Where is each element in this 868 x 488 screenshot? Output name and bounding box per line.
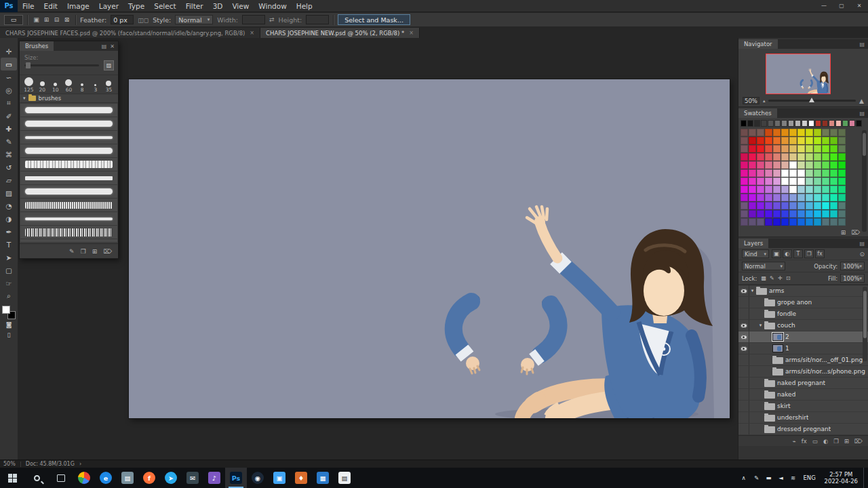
swatch-cell[interactable] [773, 129, 781, 136]
swatch-cell[interactable] [830, 194, 837, 201]
swatch-cell[interactable] [789, 169, 797, 177]
swatch-cell[interactable] [814, 129, 821, 136]
swatch-cell[interactable] [838, 210, 846, 218]
show-desktop-button[interactable] [863, 468, 867, 488]
document-canvas[interactable] [129, 79, 730, 418]
navigator-thumbnail[interactable] [766, 54, 831, 94]
eye-icon[interactable] [741, 323, 747, 328]
swatch-cell[interactable] [749, 210, 756, 218]
swatch-cell[interactable] [822, 129, 829, 136]
firefox-icon[interactable]: f [138, 468, 160, 488]
swatch-cell[interactable] [789, 137, 797, 144]
eye-icon[interactable] [741, 300, 747, 305]
height-input[interactable] [306, 15, 329, 24]
size-slider-track[interactable] [24, 64, 99, 66]
swatch-cell[interactable] [789, 210, 797, 218]
menu-item[interactable]: Filter [181, 0, 208, 12]
calculator-icon[interactable]: ▦ [312, 468, 334, 488]
swatches-scrollbar[interactable] [862, 130, 867, 232]
swatch-cell[interactable] [838, 137, 846, 144]
refine-icon[interactable]: ◫ [138, 17, 144, 24]
task-view-button[interactable] [49, 468, 73, 488]
search-button[interactable] [24, 468, 49, 488]
stroke-preview-toggle-icon[interactable]: ▨ [104, 60, 114, 70]
swatch-cell[interactable] [830, 161, 837, 169]
swatch-cell[interactable] [808, 120, 814, 127]
swatch-cell[interactable] [814, 178, 821, 185]
swatch-cell[interactable] [741, 194, 748, 201]
eye-icon[interactable] [741, 427, 747, 432]
game-icon[interactable]: ♦ [290, 468, 312, 488]
brush-folder-row[interactable]: ▾ brushes [20, 94, 118, 103]
swatch-cell[interactable] [806, 194, 813, 201]
swatch-cell[interactable] [797, 202, 805, 209]
swatch-cell[interactable] [773, 161, 781, 169]
swatch-cell[interactable] [749, 169, 756, 177]
layer-icon[interactable] [764, 392, 775, 399]
swatch-cell[interactable] [757, 194, 764, 201]
swatch-cell[interactable] [822, 161, 829, 169]
adjustment-layer-icon[interactable]: ◐ [823, 438, 828, 445]
visibility-well[interactable] [738, 389, 749, 400]
layer-name[interactable]: couch [777, 322, 795, 329]
brush-tip[interactable]: 8 [77, 77, 88, 92]
swatch-cell[interactable] [781, 186, 789, 193]
layer-name[interactable]: naked pregnant [777, 380, 825, 386]
swatch-cell[interactable] [822, 194, 829, 201]
swatch-cell[interactable] [781, 178, 789, 185]
swatch-cell[interactable] [749, 194, 756, 201]
close-icon[interactable]: × [409, 30, 414, 36]
swatch-cell[interactable] [789, 129, 797, 136]
swatch-cell[interactable] [781, 161, 789, 169]
layer-name[interactable]: undershirt [777, 414, 808, 421]
eye-icon[interactable] [741, 335, 747, 340]
swatch-cell[interactable] [806, 129, 813, 136]
stroke-preview-icon[interactable]: ✎ [69, 248, 75, 255]
tab-chars-new[interactable]: CHARS JOSEPHINE NEW.psd @ 50% (2, RGB/8)… [260, 28, 420, 38]
panel-menu-icon[interactable]: ▤ [859, 110, 865, 117]
swatch-cell[interactable] [749, 218, 756, 226]
lock-transparency-icon[interactable]: ▩ [760, 275, 768, 281]
swatch-cell[interactable] [741, 202, 748, 209]
visibility-well[interactable] [738, 401, 749, 411]
swatch-cell[interactable] [822, 186, 829, 193]
lock-position-icon[interactable]: ✛ [776, 275, 784, 281]
swatch-cell[interactable] [849, 120, 855, 127]
tab-chars-faces[interactable]: CHARS JOSEPHINE FACES.psd @ 200% (faco/s… [0, 28, 260, 38]
healing-brush-tool[interactable]: ✚ [1, 122, 17, 135]
close-icon[interactable]: ✕ [850, 0, 868, 12]
layer-icon[interactable] [772, 369, 783, 375]
swatch-cell[interactable] [806, 186, 813, 193]
swatch-cell[interactable] [741, 129, 748, 136]
menu-item[interactable]: Layer [94, 0, 123, 12]
media-icon[interactable]: ♪ [203, 468, 225, 488]
hand-tool[interactable]: ☞ [1, 277, 17, 289]
swatch-cell[interactable] [773, 178, 781, 185]
swatch-cell[interactable] [781, 120, 787, 127]
swatch-cell[interactable] [822, 169, 829, 177]
panel-menu-icon[interactable]: ▤ [859, 241, 865, 247]
swatch-cell[interactable] [774, 120, 781, 127]
eye-icon[interactable] [741, 289, 747, 293]
swatch-cell[interactable] [757, 137, 764, 144]
swatch-cell[interactable] [781, 194, 789, 201]
swatch-cell[interactable] [761, 120, 767, 127]
lock-pixels-icon[interactable]: ✎ [768, 275, 776, 281]
filter-type-icon[interactable]: T [793, 249, 803, 258]
zoom-in-icon[interactable]: ▲ [859, 98, 864, 104]
swatch-cell[interactable] [856, 120, 862, 127]
brush-preset[interactable] [20, 226, 117, 239]
history-brush-tool[interactable]: ↺ [1, 161, 17, 174]
swatch-cell[interactable] [773, 137, 781, 144]
style-dropdown[interactable]: Normal ▾ [175, 15, 213, 24]
zoom-slider-knob[interactable] [809, 98, 814, 102]
battery-icon[interactable]: ▬ [763, 474, 775, 481]
menu-item[interactable]: Help [292, 0, 317, 12]
layer-icon[interactable] [764, 380, 775, 387]
rectangular-marquee-tool[interactable]: ▭ [1, 58, 17, 70]
swatch-cell[interactable] [741, 145, 748, 152]
zoom-level[interactable]: 50% [3, 461, 16, 467]
layers-scrollbar[interactable] [863, 287, 867, 361]
filter-toggle-icon[interactable]: ⊙ [859, 251, 865, 258]
swatch-cell[interactable] [814, 145, 821, 152]
